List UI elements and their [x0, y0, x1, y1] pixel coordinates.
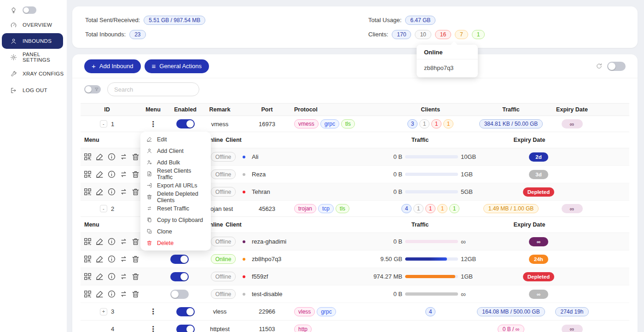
context-menu-delete-depleted-clients[interactable]: Delete Depleted Clients: [140, 191, 211, 203]
client-enabled-toggle[interactable]: [170, 255, 189, 264]
sidebar-item-panel-settings[interactable]: PANEL SETTINGS: [0, 49, 67, 65]
enabled-toggle[interactable]: [176, 119, 195, 128]
row-menu-button[interactable]: ⋮: [146, 307, 161, 316]
auto-refresh-toggle[interactable]: [607, 62, 626, 71]
reset-traffic-icon[interactable]: [119, 272, 128, 281]
qr-code-icon[interactable]: [83, 237, 92, 246]
context-menu-delete[interactable]: Delete: [140, 237, 211, 249]
expiry-badge: ∞: [529, 290, 548, 299]
edit-icon[interactable]: [95, 290, 104, 298]
clients-online-badge[interactable]: 1: [472, 30, 485, 39]
qr-code-icon[interactable]: [83, 170, 92, 179]
delete-icon[interactable]: [131, 272, 140, 281]
sidebar-item-log-out[interactable]: LOG OUT: [0, 82, 67, 99]
qr-code-icon[interactable]: [83, 272, 92, 281]
clients-disabled-badge[interactable]: 10: [415, 30, 431, 39]
client-enabled-toggle[interactable]: [170, 272, 189, 281]
client-count-badge[interactable]: 1: [443, 119, 453, 128]
client-name: zb8hpo7q3: [252, 256, 281, 262]
info-icon[interactable]: [107, 170, 116, 179]
refresh-icon[interactable]: [596, 63, 603, 70]
client-count-badge[interactable]: 4: [401, 204, 412, 213]
reset-traffic-icon[interactable]: [119, 255, 128, 263]
inbound-port: 45623: [242, 205, 292, 212]
reset-traffic-icon[interactable]: [119, 290, 128, 298]
client-enabled-toggle[interactable]: [170, 290, 189, 299]
clients-expiring-badge[interactable]: 7: [455, 30, 468, 39]
row-menu-button[interactable]: ⋮: [146, 325, 161, 332]
inbound-row-3: + 3 ⋮ vless 22966 vless grpc 4 164.08 MB…: [81, 303, 629, 320]
traffic-progress-bar: [405, 240, 458, 243]
reset-traffic-icon[interactable]: [119, 237, 128, 246]
edit-icon[interactable]: [95, 170, 104, 179]
client-count-badge[interactable]: 1: [437, 204, 447, 213]
qr-code-icon[interactable]: [83, 187, 92, 196]
edit-icon[interactable]: [95, 237, 104, 246]
client-enabled-cell: [150, 290, 209, 299]
collapse-button[interactable]: -: [100, 120, 107, 128]
info-icon[interactable]: [107, 290, 116, 298]
stats-right-column: Total Usage: 6.47 GB Clients: 170 10 16 …: [368, 14, 485, 41]
context-menu-reset-traffic[interactable]: Reset Traffic: [140, 203, 211, 214]
expand-button[interactable]: +: [100, 308, 107, 315]
client-count-badge[interactable]: 1: [449, 204, 459, 213]
enabled-toggle[interactable]: [176, 307, 195, 316]
menu-item-label: Delete: [157, 240, 174, 246]
edit-icon[interactable]: [95, 272, 104, 281]
row-menu-button[interactable]: ⋮: [146, 120, 161, 128]
edit-icon[interactable]: [95, 187, 104, 196]
context-menu-edit[interactable]: Edit: [140, 134, 211, 145]
header-port: Port: [242, 106, 292, 113]
clients-total-badge[interactable]: 170: [392, 30, 411, 39]
qr-code-icon[interactable]: [83, 290, 92, 298]
context-menu-copy-to-clipboard[interactable]: Copy to Clipboard: [140, 214, 211, 226]
info-icon[interactable]: [107, 272, 116, 281]
client-count-badge[interactable]: 1: [419, 119, 429, 128]
info-icon[interactable]: [107, 152, 116, 161]
client-counts: 3 1 1 1: [380, 119, 481, 128]
client-count-badge[interactable]: 3: [407, 119, 418, 128]
context-menu-add-bulk[interactable]: Add Bulk: [140, 157, 211, 168]
toggle-knob: [186, 120, 194, 128]
context-menu-export-all-urls[interactable]: Export All URLs: [140, 180, 211, 191]
delete-icon[interactable]: [131, 187, 140, 196]
context-menu-add-client[interactable]: Add Client: [140, 145, 211, 157]
theme-toggle[interactable]: [23, 6, 36, 14]
delete-icon[interactable]: [131, 237, 140, 246]
context-menu-clone[interactable]: Clone: [140, 226, 211, 237]
sidebar-item-overview[interactable]: OVERVIEW: [0, 17, 67, 33]
delete-icon[interactable]: [131, 255, 140, 263]
qr-code-icon[interactable]: [83, 152, 92, 161]
client-count-badge[interactable]: 1: [413, 204, 424, 213]
client-count-badge[interactable]: 4: [425, 307, 435, 316]
edit-icon[interactable]: [95, 255, 104, 263]
search-input[interactable]: [107, 82, 199, 96]
add-inbound-button[interactable]: + Add Inbound: [84, 59, 141, 73]
collapse-button[interactable]: -: [100, 205, 107, 212]
sidebar-item-xray-configs[interactable]: XRAY CONFIGS: [0, 65, 67, 82]
client-expiry-cell: Depleted: [490, 272, 587, 281]
delete-icon[interactable]: [131, 170, 140, 179]
client-count-badge[interactable]: 1: [425, 204, 435, 213]
qr-code-icon[interactable]: [83, 255, 92, 263]
total-usage-value: 6.47 GB: [405, 16, 435, 25]
delete-icon[interactable]: [131, 290, 140, 298]
info-icon[interactable]: [107, 237, 116, 246]
general-actions-button[interactable]: ≡ General Actions: [145, 59, 209, 73]
reset-traffic-icon[interactable]: [119, 152, 128, 161]
edit-icon[interactable]: [95, 152, 104, 161]
protocol-tag: tls: [341, 119, 355, 128]
protocol-tag: grpc: [317, 307, 336, 316]
reset-traffic-icon[interactable]: [119, 187, 128, 196]
info-icon[interactable]: [107, 255, 116, 263]
info-icon[interactable]: [107, 187, 116, 196]
filter-toggle[interactable]: [84, 85, 101, 93]
reset-traffic-icon[interactable]: [119, 170, 128, 179]
clients-depleted-badge[interactable]: 16: [435, 30, 451, 39]
sidebar-item-inbounds[interactable]: INBOUNDS: [2, 33, 63, 49]
context-menu-reset-clients-traffic[interactable]: Reset Clients Traffic: [140, 168, 211, 180]
delete-icon[interactable]: [131, 152, 140, 161]
enabled-toggle[interactable]: [176, 325, 195, 332]
copy-icon: [146, 217, 152, 223]
client-count-badge[interactable]: 1: [431, 119, 441, 128]
